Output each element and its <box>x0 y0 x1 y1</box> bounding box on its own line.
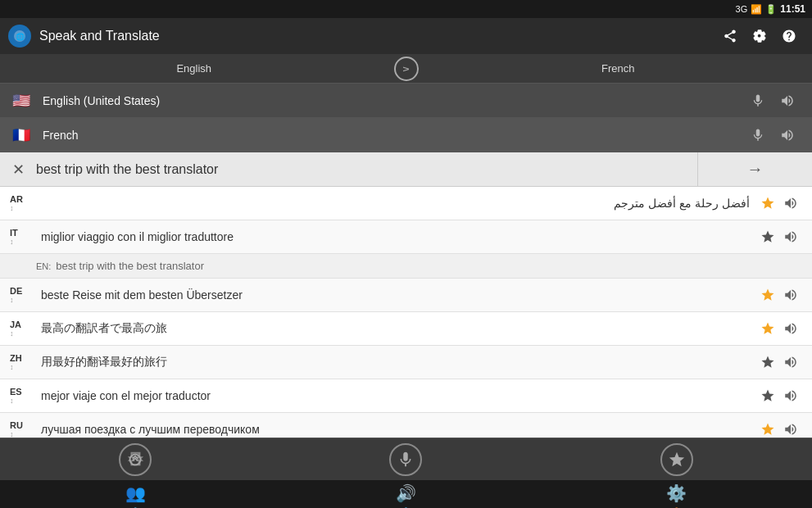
source-speaker-button[interactable] <box>773 86 802 116</box>
target-language-name: French <box>43 129 743 142</box>
swap-languages-button[interactable]: ∧ <box>388 57 424 81</box>
translation-text: лучшая поездка с лучшим переводчиком <box>34 423 756 436</box>
translation-row: IT ↕ miglior viaggio con il miglior trad… <box>0 220 812 254</box>
star-button[interactable] <box>756 351 779 374</box>
sub-translation-text: best trip with the best translator <box>56 260 802 272</box>
settings-icon: ⚙️ <box>666 483 687 503</box>
translation-text: 最高の翻訳者で最高の旅 <box>34 321 756 336</box>
speaker-button[interactable] <box>779 225 802 248</box>
input-text[interactable]: best trip with the best translator <box>36 162 697 177</box>
settings-translate-button[interactable]: ⚙️ ● <box>666 483 687 508</box>
star-button[interactable] <box>756 317 779 340</box>
recycle-button[interactable] <box>119 443 152 476</box>
status-bar: 3G 📶 🔋 11:51 <box>0 0 812 18</box>
settings-label: ● <box>674 505 678 508</box>
target-language-label[interactable]: French <box>424 62 813 75</box>
nav-bar: 👥 ● 🔊 ● ⚙️ ● <box>0 480 812 508</box>
source-language-label[interactable]: English <box>0 62 388 75</box>
star-button[interactable] <box>756 418 779 438</box>
signal-icon: 3G <box>736 4 748 14</box>
translation-row: DE ↕ beste Reise mit dem besten Übersetz… <box>0 279 812 312</box>
translation-text: miglior viaggio con il miglior traduttor… <box>34 230 756 243</box>
lang-code-arrow: ↕ <box>10 363 14 371</box>
group-label: ● <box>133 505 137 508</box>
lang-code-main: DE <box>10 286 22 296</box>
lang-code-cell: AR ↕ <box>10 194 34 212</box>
lang-code-main: IT <box>10 228 18 238</box>
lang-code-cell: RU ↕ <box>10 420 34 438</box>
translation-row: JA ↕ 最高の翻訳者で最高の旅 <box>0 312 812 346</box>
lang-code-cell: IT ↕ <box>10 228 34 246</box>
target-speaker-button[interactable] <box>773 120 802 150</box>
us-flag: 🇺🇸 <box>10 93 33 109</box>
voice-translate-button[interactable]: 🔊 ● <box>396 483 416 508</box>
voice-icon: 🔊 <box>396 483 416 503</box>
lang-code-arrow: ↕ <box>10 204 14 212</box>
mic-button[interactable] <box>389 443 422 476</box>
input-area: ✕ best trip with the best translator → <box>0 152 812 187</box>
translation-text: أفضل رحلة مع أفضل مترجم <box>34 197 756 210</box>
share-button[interactable] <box>715 21 745 51</box>
language-selector: English ∧ French <box>0 54 812 84</box>
lang-code-arrow: ↕ <box>10 329 14 338</box>
group-icon: 👥 <box>125 483 146 503</box>
lang-code-main: AR <box>10 194 23 204</box>
target-mic-button[interactable] <box>743 120 773 150</box>
lang-code-main: ES <box>10 387 22 397</box>
app-bar: 🌐 Speak and Translate <box>0 18 812 54</box>
translation-row: RU ↕ лучшая поездка с лучшим переводчико… <box>0 413 812 438</box>
fr-flag: 🇫🇷 <box>10 127 33 143</box>
lang-code-arrow: ↕ <box>10 430 14 438</box>
app-icon: 🌐 <box>8 25 31 48</box>
lang-code-main: JA <box>10 320 21 329</box>
settings-button[interactable] <box>745 21 774 51</box>
sub-lang-code: EN: <box>36 261 51 271</box>
lang-code-cell: ZH ↕ <box>10 353 34 371</box>
source-language-name: English (United States) <box>43 94 743 107</box>
lang-code-arrow: ↕ <box>10 397 14 405</box>
clear-button[interactable]: ✕ <box>0 152 36 187</box>
svg-text:🌐: 🌐 <box>16 32 25 42</box>
lang-code-main: ZH <box>10 353 22 363</box>
favorites-button[interactable] <box>660 443 693 476</box>
speaker-button[interactable] <box>779 283 802 306</box>
lang-code-main: RU <box>10 420 23 430</box>
lang-code-cell: DE ↕ <box>10 286 34 304</box>
speaker-button[interactable] <box>779 351 802 374</box>
translation-row: ES ↕ mejor viaje con el mejor traductor <box>0 379 812 413</box>
source-language-row[interactable]: 🇺🇸 English (United States) <box>0 84 812 118</box>
lang-code-arrow: ↕ <box>10 238 14 246</box>
translate-button[interactable]: → <box>697 152 812 187</box>
lang-code-cell: JA ↕ <box>10 320 34 338</box>
speaker-button[interactable] <box>779 317 802 340</box>
translations-list: AR ↕ أفضل رحلة مع أفضل مترجم IT <box>0 187 812 438</box>
translation-row: EN: best trip with the best translator <box>0 254 812 279</box>
swap-icon: ∧ <box>394 57 419 81</box>
app-title: Speak and Translate <box>39 29 715 43</box>
source-mic-button[interactable] <box>743 86 773 116</box>
translation-row: ZH ↕ 用最好的翻译最好的旅行 <box>0 346 812 379</box>
bottom-toolbar <box>0 438 812 480</box>
star-button[interactable] <box>756 225 779 248</box>
translation-row: AR ↕ أفضل رحلة مع أفضل مترجم <box>0 187 812 220</box>
clock: 11:51 <box>780 3 805 15</box>
battery-icon: 🔋 <box>765 4 777 15</box>
star-button[interactable] <box>756 283 779 306</box>
group-translate-button[interactable]: 👥 ● <box>125 483 146 508</box>
wifi-icon: 📶 <box>751 4 762 15</box>
help-button[interactable] <box>774 21 804 51</box>
voice-label: ● <box>404 505 408 508</box>
lang-code-cell: ES ↕ <box>10 387 34 405</box>
star-button[interactable] <box>756 384 779 407</box>
speaker-button[interactable] <box>779 384 802 407</box>
translation-text: mejor viaje con el mejor traductor <box>34 389 756 402</box>
translate-arrow-icon: → <box>747 160 764 179</box>
star-button[interactable] <box>756 192 779 215</box>
speaker-button[interactable] <box>779 192 802 215</box>
lang-code-arrow: ↕ <box>10 296 14 304</box>
translation-text: beste Reise mit dem besten Übersetzer <box>34 288 756 302</box>
speaker-button[interactable] <box>779 418 802 438</box>
translation-text: 用最好的翻译最好的旅行 <box>34 355 756 370</box>
target-language-row[interactable]: 🇫🇷 French <box>0 118 812 152</box>
